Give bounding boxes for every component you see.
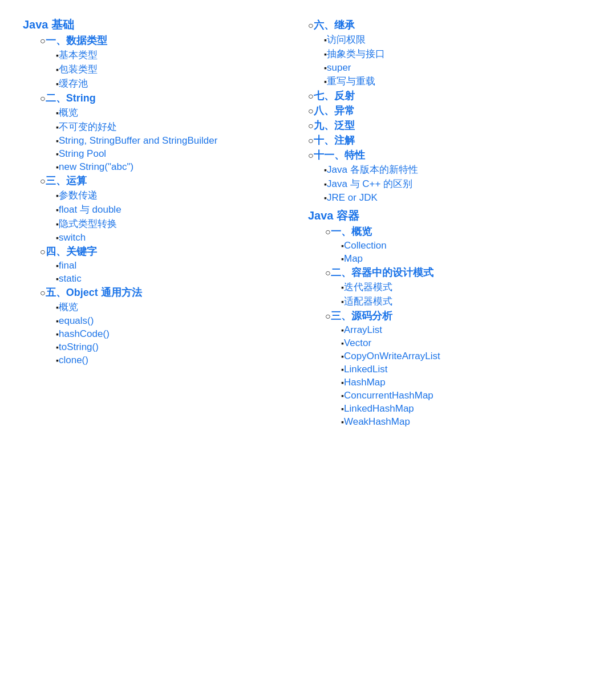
list-item: 抽象类与接口 bbox=[324, 47, 593, 60]
cache-pool-link[interactable]: 缓存池 bbox=[59, 77, 88, 90]
abstract-interface-link[interactable]: 抽象类与接口 bbox=[327, 47, 385, 60]
basic-types-link[interactable]: 基本类型 bbox=[59, 48, 98, 62]
list-item: ArrayList bbox=[341, 324, 593, 336]
collection-link[interactable]: Collection bbox=[344, 240, 387, 251]
list-item: 十、注解 bbox=[308, 133, 593, 147]
circle-bullet bbox=[40, 35, 46, 47]
list-item: JRE or JDK bbox=[324, 192, 593, 204]
list-item: LinkedList bbox=[341, 363, 593, 375]
hashcode-link[interactable]: hashCode() bbox=[59, 328, 110, 340]
immutable-link[interactable]: 不可变的好处 bbox=[59, 120, 117, 133]
java-versions-link[interactable]: Java 各版本的新特性 bbox=[327, 163, 418, 176]
list-item: 一、概览 Collection Map bbox=[325, 225, 593, 265]
circle-bullet bbox=[40, 175, 46, 187]
list-item: new String("abc") bbox=[56, 161, 308, 173]
clone-link[interactable]: clone() bbox=[59, 355, 88, 366]
list-item: 隐式类型转换 bbox=[56, 217, 308, 230]
super-link[interactable]: super bbox=[327, 62, 351, 74]
list-item: CopyOnWriteArrayList bbox=[341, 350, 593, 362]
object-methods-link[interactable]: 五、Object 通用方法 bbox=[46, 286, 142, 299]
list-item: float 与 double bbox=[56, 203, 308, 216]
map-link[interactable]: Map bbox=[344, 253, 363, 265]
list-item: 三、源码分析 ArrayList Vector CopyOnWriteArray… bbox=[325, 309, 593, 428]
features-link[interactable]: 十一、特性 bbox=[314, 148, 365, 162]
list-item: 九、泛型 bbox=[308, 119, 593, 132]
list-item: 七、反射 bbox=[308, 89, 593, 103]
list-item: Java 与 C++ 的区别 bbox=[324, 177, 593, 190]
adapter-link[interactable]: 适配器模式 bbox=[344, 295, 392, 308]
container-overview-link[interactable]: 一、概览 bbox=[331, 225, 372, 238]
level3-list: ArrayList Vector CopyOnWriteArrayList Li… bbox=[325, 324, 593, 428]
string-link[interactable]: 二、String bbox=[46, 91, 96, 105]
level3-list: Java 各版本的新特性 Java 与 C++ 的区别 JRE or JDK bbox=[308, 163, 593, 204]
left-list: Java 基础 一、数据类型 基本类型 bbox=[23, 17, 308, 366]
list-item: switch bbox=[56, 231, 308, 243]
final-link[interactable]: final bbox=[59, 260, 76, 271]
level3-list: 访问权限 抽象类与接口 super 重写与重载 bbox=[308, 33, 593, 88]
vector-link[interactable]: Vector bbox=[344, 338, 371, 349]
list-item: 包装类型 bbox=[56, 63, 308, 76]
switch-link[interactable]: switch bbox=[59, 232, 86, 243]
left-column: Java 基础 一、数据类型 基本类型 bbox=[23, 17, 308, 368]
list-item: 四、关键字 final static bbox=[40, 245, 308, 284]
list-item: Java 基础 一、数据类型 基本类型 bbox=[23, 17, 308, 366]
list-item: 二、String 概览 不可变的好处 String, StringBuffer … bbox=[40, 91, 308, 173]
java-basics-link[interactable]: Java 基础 bbox=[23, 17, 74, 32]
circle-bullet bbox=[308, 135, 314, 147]
data-types-link[interactable]: 一、数据类型 bbox=[46, 34, 107, 47]
wrapper-types-link[interactable]: 包装类型 bbox=[59, 63, 98, 76]
list-item: 概览 bbox=[56, 300, 308, 314]
iterator-link[interactable]: 迭代器模式 bbox=[344, 281, 392, 294]
float-double-link[interactable]: float 与 double bbox=[59, 203, 121, 216]
keywords-link[interactable]: 四、关键字 bbox=[46, 245, 97, 258]
list-item: String Pool bbox=[56, 148, 308, 160]
override-link[interactable]: 重写与重载 bbox=[327, 75, 375, 88]
concurrenthashmap-link[interactable]: ConcurrentHashMap bbox=[344, 390, 433, 401]
circle-bullet bbox=[308, 149, 314, 161]
list-item: 一、数据类型 基本类型 包装类型 缓存池 bbox=[40, 34, 308, 90]
list-item: Java 各版本的新特性 bbox=[324, 163, 593, 176]
source-analysis-link[interactable]: 三、源码分析 bbox=[331, 309, 392, 323]
static-link[interactable]: static bbox=[59, 273, 82, 284]
new-string-link[interactable]: new String("abc") bbox=[59, 161, 133, 173]
equals-link[interactable]: equals() bbox=[59, 315, 94, 327]
overview2-link[interactable]: 概览 bbox=[59, 300, 78, 314]
overview-link[interactable]: 概览 bbox=[59, 106, 78, 119]
level3-list: final static bbox=[40, 259, 308, 284]
generics-link[interactable]: 九、泛型 bbox=[314, 119, 355, 132]
arraylist-link[interactable]: ArrayList bbox=[344, 324, 382, 336]
list-item: Vector bbox=[341, 337, 593, 349]
inheritance-link[interactable]: 六、继承 bbox=[314, 18, 355, 32]
list-item: 二、容器中的设计模式 迭代器模式 适配器模式 bbox=[325, 266, 593, 308]
right-top-list: 六、继承 访问权限 抽象类与接口 super 重写与重载 bbox=[308, 18, 593, 204]
weakhashmap-link[interactable]: WeakHashMap bbox=[344, 416, 410, 428]
string-pool-link[interactable]: String Pool bbox=[59, 148, 106, 160]
operations-link[interactable]: 三、运算 bbox=[46, 174, 87, 188]
exception-link[interactable]: 八、异常 bbox=[314, 104, 355, 117]
list-item: toString() bbox=[56, 341, 308, 353]
copyonwrite-link[interactable]: CopyOnWriteArrayList bbox=[344, 351, 440, 362]
java-container-link[interactable]: Java 容器 bbox=[308, 208, 359, 223]
list-item: 三、运算 参数传递 float 与 double 隐式类型转换 bbox=[40, 174, 308, 243]
circle-bullet bbox=[40, 246, 46, 258]
linkedlist-link[interactable]: LinkedList bbox=[344, 364, 388, 375]
circle-bullet bbox=[308, 19, 314, 31]
design-patterns-link[interactable]: 二、容器中的设计模式 bbox=[331, 266, 433, 279]
linkedhashmap-link[interactable]: LinkedHashMap bbox=[344, 403, 414, 414]
java-vs-cpp-link[interactable]: Java 与 C++ 的区别 bbox=[327, 177, 412, 190]
access-control-link[interactable]: 访问权限 bbox=[327, 33, 366, 46]
list-item: final bbox=[56, 259, 308, 271]
list-item: 六、继承 访问权限 抽象类与接口 super 重写与重载 bbox=[308, 18, 593, 88]
list-item: 缓存池 bbox=[56, 77, 308, 90]
string-buffer-link[interactable]: String, StringBuffer and StringBuilder bbox=[59, 135, 217, 147]
implicit-cast-link[interactable]: 隐式类型转换 bbox=[59, 217, 117, 230]
hashmap-link[interactable]: HashMap bbox=[344, 377, 386, 388]
param-passing-link[interactable]: 参数传递 bbox=[59, 189, 98, 202]
java-basics-item: Java 基础 bbox=[23, 17, 308, 32]
tostring-link[interactable]: toString() bbox=[59, 342, 99, 353]
annotation-link[interactable]: 十、注解 bbox=[314, 133, 355, 147]
jre-jdk-link[interactable]: JRE or JDK bbox=[327, 192, 378, 204]
list-item: String, StringBuffer and StringBuilder bbox=[56, 135, 308, 147]
list-item: 参数传递 bbox=[56, 189, 308, 202]
reflection-link[interactable]: 七、反射 bbox=[314, 89, 355, 103]
